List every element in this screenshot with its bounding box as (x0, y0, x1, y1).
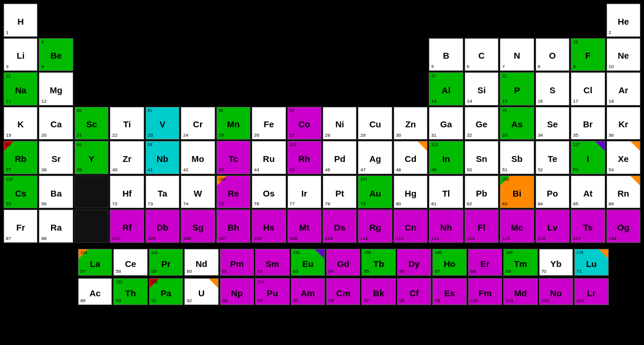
element-am[interactable]: Am95 (291, 278, 325, 305)
element-pa[interactable]: 231Pa91 (149, 278, 183, 305)
element-lr[interactable]: Lr103 (574, 278, 608, 305)
element-rf[interactable]: Rf104 (110, 209, 144, 243)
element-mo[interactable]: Mo42 (181, 141, 215, 174)
element-sr[interactable]: Sr38 (39, 141, 73, 174)
element-sg[interactable]: Sg106 (181, 209, 215, 243)
element-nb[interactable]: 93Nb41 (145, 141, 179, 174)
element-i[interactable]: 127I53 (571, 141, 605, 174)
element-bi[interactable]: 209Bi83 (500, 175, 534, 209)
element-ti[interactable]: Ti22 (110, 107, 144, 140)
element-bh[interactable]: Bh107 (216, 209, 250, 243)
element-w[interactable]: W74 (181, 175, 215, 209)
element-mt[interactable]: Mt109 (287, 209, 321, 243)
element-pb[interactable]: Pb82 (465, 175, 499, 209)
element-th[interactable]: 232Th90 (113, 278, 147, 305)
element-pd[interactable]: Pd46 (323, 141, 357, 174)
element-ts[interactable]: Ts117 (571, 209, 605, 243)
element-pm[interactable]: Pm61 (220, 249, 254, 276)
element-pu[interactable]: 244Pu94 (255, 278, 289, 305)
element-h[interactable]: H1 (4, 4, 38, 37)
element-ni[interactable]: Ni28 (323, 107, 357, 140)
element-s[interactable]: S16 (535, 72, 570, 106)
element-ga[interactable]: Ga31 (429, 107, 463, 140)
element-mc[interactable]: Mc115 (500, 209, 534, 243)
element-na[interactable]: 23Na11 (4, 72, 38, 106)
element-be[interactable]: 9Be4 (39, 38, 73, 72)
element-u[interactable]: U92 (184, 278, 218, 305)
element-ca[interactable]: Ca20 (39, 107, 73, 140)
element-ta[interactable]: Ta73 (145, 175, 179, 209)
element-np[interactable]: Np93 (220, 278, 254, 305)
element-ds[interactable]: Ds110 (323, 209, 357, 243)
element-ru[interactable]: Ru44 (252, 141, 286, 174)
element-as[interactable]: 75As33 (500, 107, 534, 140)
element-tc[interactable]: Tc43 (216, 141, 250, 174)
element-li[interactable]: Li3 (4, 38, 38, 72)
element-zn[interactable]: Zn30 (394, 107, 428, 140)
element-ba[interactable]: Ba56 (39, 175, 73, 209)
element-hs[interactable]: Hs108 (252, 209, 286, 243)
element-fe[interactable]: Fe26 (252, 107, 286, 140)
element-sb[interactable]: Sb51 (500, 141, 534, 174)
element-eu[interactable]: 153Eu63 (291, 249, 325, 276)
element-br[interactable]: Br35 (571, 107, 605, 140)
element-pr[interactable]: 141Pr59 (149, 249, 183, 276)
element-zr[interactable]: Zr40 (110, 141, 144, 174)
element-ra[interactable]: Ra88 (39, 209, 73, 243)
element-og[interactable]: Og118 (606, 209, 640, 243)
element-tm[interactable]: 169Tm69 (503, 249, 537, 276)
element-cl[interactable]: Cl17 (571, 72, 605, 106)
element-cf[interactable]: Cf98 (397, 278, 431, 305)
element-te[interactable]: Te52 (535, 141, 570, 174)
element-no[interactable]: No102 (539, 278, 573, 305)
element-fl[interactable]: Fl114 (465, 209, 499, 243)
element-at[interactable]: At85 (571, 175, 605, 209)
element-sm[interactable]: Sm62 (255, 249, 289, 276)
element-rn[interactable]: Rn86 (606, 175, 640, 209)
element-o[interactable]: O8 (535, 38, 570, 72)
element-cu[interactable]: Cu29 (358, 107, 392, 140)
element-p[interactable]: 31P15 (500, 72, 534, 106)
element-n[interactable]: N7 (500, 38, 534, 72)
element-cd[interactable]: Cd48 (394, 141, 428, 174)
element-dy[interactable]: Dy66 (397, 249, 431, 276)
element-yb[interactable]: Yb70 (539, 249, 573, 276)
element-mg[interactable]: Mg12 (39, 72, 73, 106)
element-ne[interactable]: Ne10 (606, 38, 640, 72)
element-mn[interactable]: 55Mn25 (216, 107, 250, 140)
element-rb[interactable]: 85Rb37 (4, 141, 38, 174)
element-ir[interactable]: Ir77 (287, 175, 321, 209)
element-bk[interactable]: Bk97 (361, 278, 395, 305)
element-ar[interactable]: Ar18 (606, 72, 640, 106)
element-se[interactable]: Se34 (535, 107, 570, 140)
element-rg[interactable]: Rg111 (358, 209, 392, 243)
element-cr[interactable]: Cr24 (181, 107, 215, 140)
element-fm[interactable]: Fm100 (468, 278, 502, 305)
element-db[interactable]: Db105 (145, 209, 179, 243)
element-po[interactable]: Po84 (535, 175, 570, 209)
element-sn[interactable]: Sn50 (465, 141, 499, 174)
element-ce[interactable]: Ce58 (113, 249, 147, 276)
element-hg[interactable]: Hg80 (394, 175, 428, 209)
element-co[interactable]: 59Co27 (287, 107, 321, 140)
element-hf[interactable]: Hf72 (110, 175, 144, 209)
element-ho[interactable]: 165Ho67 (432, 249, 466, 276)
element-tl[interactable]: Tl81 (429, 175, 463, 209)
element-f[interactable]: 19F9 (571, 38, 605, 72)
element-cm[interactable]: Cm96 (326, 278, 360, 305)
element-k[interactable]: K19 (4, 107, 38, 140)
element-os[interactable]: Os76 (252, 175, 286, 209)
element-in[interactable]: 113In49 (429, 141, 463, 174)
element-lu[interactable]: 175Lu71 (574, 249, 608, 276)
element-gd[interactable]: Gd64 (326, 249, 360, 276)
element-cn[interactable]: Cn112 (394, 209, 428, 243)
element-la[interactable]: 139La57 (78, 249, 112, 276)
element-es[interactable]: Es99 (432, 278, 466, 305)
element-kr[interactable]: Kr36 (606, 107, 640, 140)
element-sc[interactable]: 45Sc21 (74, 107, 109, 140)
element-he[interactable]: He2 (606, 4, 640, 37)
element-si[interactable]: Si14 (465, 72, 499, 106)
element-tb[interactable]: 159Tb65 (361, 249, 395, 276)
element-re[interactable]: 186Re75 (216, 175, 250, 209)
element-xe[interactable]: Xe54 (606, 141, 640, 174)
